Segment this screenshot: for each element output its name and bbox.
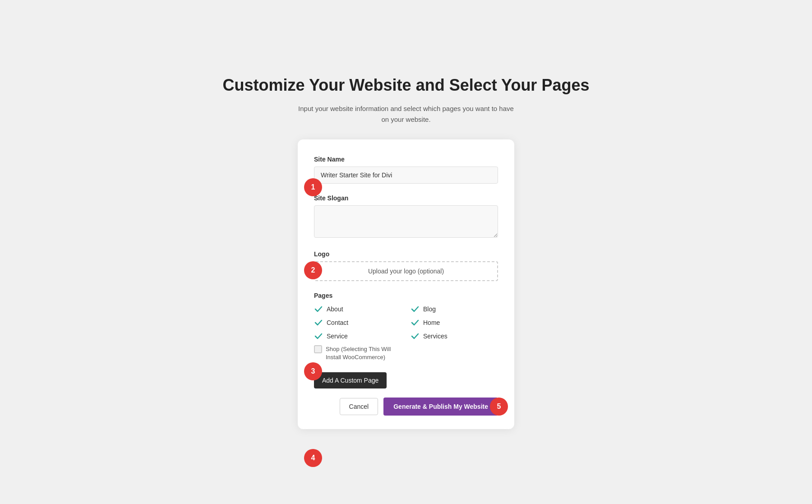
page-contact-label: Contact — [327, 319, 348, 326]
check-contact-icon — [314, 318, 323, 327]
logo-upload-button[interactable]: Upload your logo (optional) — [314, 261, 498, 281]
step-2-badge: 2 — [304, 261, 322, 279]
page-item-about[interactable]: About — [314, 305, 401, 314]
page-item-contact[interactable]: Contact — [314, 318, 401, 327]
logo-section: 3 Logo Upload your logo (optional) — [314, 250, 498, 281]
page-wrapper: Customize Your Website and Select Your P… — [0, 57, 812, 447]
page-title: Customize Your Website and Select Your P… — [223, 75, 590, 96]
site-name-input[interactable] — [314, 166, 498, 184]
site-slogan-label: Site Slogan — [314, 194, 498, 202]
site-slogan-textarea[interactable] — [314, 205, 498, 238]
checkbox-shop[interactable] — [314, 345, 322, 353]
check-home-icon — [411, 318, 420, 327]
generate-publish-button[interactable]: Generate & Publish My Website — [383, 398, 498, 416]
page-subtitle: Input your website information and selec… — [298, 103, 514, 125]
step-4-badge: 4 — [304, 449, 322, 467]
check-service-icon — [314, 332, 323, 341]
page-blog-label: Blog — [423, 305, 436, 313]
page-item-service[interactable]: Service — [314, 332, 401, 341]
step-3-badge: 3 — [304, 362, 322, 380]
pages-label: Pages — [314, 292, 498, 299]
pages-grid: About Blog — [314, 305, 498, 361]
page-home-label: Home — [423, 319, 440, 326]
logo-label: Logo — [314, 250, 498, 258]
page-item-services[interactable]: Services — [411, 332, 498, 341]
page-item-home[interactable]: Home — [411, 318, 498, 327]
add-custom-page-button[interactable]: Add A Custom Page — [314, 372, 387, 388]
site-name-section: 1 Site Name — [314, 156, 498, 184]
site-name-label: Site Name — [314, 156, 498, 163]
page-service-label: Service — [327, 333, 348, 340]
footer-actions: Cancel Generate & Publish My Website 5 — [314, 398, 498, 416]
page-about-label: About — [327, 305, 343, 313]
step-5-badge: 5 — [490, 398, 508, 416]
form-card: 1 Site Name 2 Site Slogan 3 Logo Upload … — [298, 139, 514, 429]
step-1-badge: 1 — [304, 178, 322, 196]
page-shop-label: Shop (Selecting This Will Install WooCom… — [326, 345, 401, 361]
page-services-label: Services — [423, 333, 448, 340]
pages-section: 4 Pages About — [314, 292, 498, 361]
page-item-shop[interactable]: Shop (Selecting This Will Install WooCom… — [314, 345, 401, 361]
check-services-icon — [411, 332, 420, 341]
check-about-icon — [314, 305, 323, 314]
site-slogan-section: 2 Site Slogan — [314, 194, 498, 240]
cancel-button[interactable]: Cancel — [340, 398, 378, 415]
check-blog-icon — [411, 305, 420, 314]
page-item-blog[interactable]: Blog — [411, 305, 498, 314]
